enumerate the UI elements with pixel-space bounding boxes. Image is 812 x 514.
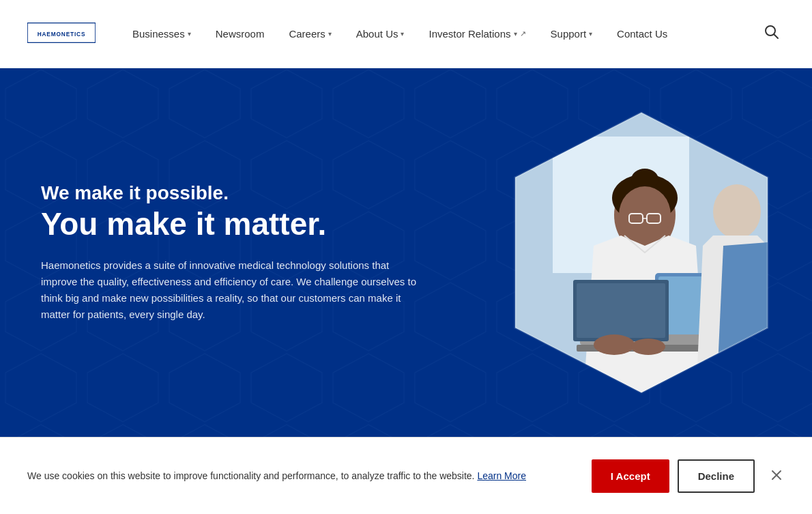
svg-line-3: [774, 34, 779, 38]
hero-hex-image: [512, 109, 771, 399]
hero-tagline2: You make it matter.: [41, 207, 423, 242]
chevron-down-icon: ▾: [589, 30, 592, 38]
cookie-close-button[interactable]: [768, 466, 785, 487]
svg-rect-24: [577, 283, 665, 338]
nav-label-businesses: Businesses: [132, 28, 185, 40]
nav-item-contact[interactable]: Contact Us: [607, 23, 677, 45]
nav-label-contact: Contact Us: [617, 28, 667, 40]
nav-item-newsroom[interactable]: Newsroom: [206, 23, 274, 45]
nav-label-investor: Investor Relations: [429, 28, 510, 40]
chevron-down-icon: ▾: [188, 30, 191, 38]
svg-point-22: [713, 184, 761, 239]
cookie-decline-button[interactable]: Decline: [678, 459, 755, 493]
svg-point-14: [619, 186, 671, 244]
hero-content: We make it possible. You make it matter.…: [0, 68, 812, 437]
nav-label-newsroom: Newsroom: [216, 28, 265, 40]
hero-section: We make it possible. You make it matter.…: [0, 68, 812, 437]
cookie-message: We use cookies on this website to improv…: [27, 470, 475, 481]
hero-image: [512, 109, 771, 396]
hero-description: Haemonetics provides a suite of innovati…: [41, 257, 423, 323]
nav-item-careers[interactable]: Careers ▾: [279, 23, 340, 45]
cookie-learn-more-link[interactable]: Learn More: [477, 470, 526, 481]
search-icon: [764, 25, 779, 40]
cookie-text: We use cookies on this website to improv…: [27, 469, 578, 483]
nav-item-about[interactable]: About Us ▾: [347, 23, 414, 45]
chevron-down-icon: ▾: [514, 30, 517, 38]
external-link-icon: ↗: [520, 29, 526, 38]
nav-label-support: Support: [551, 28, 587, 40]
logo[interactable]: HAEMONETICS: [27, 23, 96, 46]
nav-item-support[interactable]: Support ▾: [541, 23, 603, 45]
close-icon: [771, 470, 782, 481]
nav-label-careers: Careers: [289, 28, 325, 40]
svg-point-25: [594, 334, 635, 355]
cookie-banner: We use cookies on this website to improv…: [0, 437, 812, 514]
navbar: HAEMONETICS Businesses ▾ Newsroom Career…: [0, 0, 812, 68]
nav-item-investor[interactable]: Investor Relations ▾ ↗: [419, 23, 535, 45]
nav-item-businesses[interactable]: Businesses ▾: [123, 23, 201, 45]
svg-point-26: [631, 339, 665, 355]
chevron-down-icon: ▾: [401, 30, 404, 38]
hero-text-block: We make it possible. You make it matter.…: [41, 182, 423, 324]
nav-links: Businesses ▾ Newsroom Careers ▾ About Us…: [123, 23, 759, 45]
search-button[interactable]: [759, 19, 785, 49]
cookie-accept-button[interactable]: I Accept: [592, 459, 669, 493]
nav-label-about: About Us: [356, 28, 398, 40]
svg-text:HAEMONETICS: HAEMONETICS: [38, 30, 86, 37]
cookie-buttons: I Accept Decline: [592, 459, 755, 493]
hero-tagline1: We make it possible.: [41, 182, 423, 204]
chevron-down-icon: ▾: [328, 30, 332, 38]
